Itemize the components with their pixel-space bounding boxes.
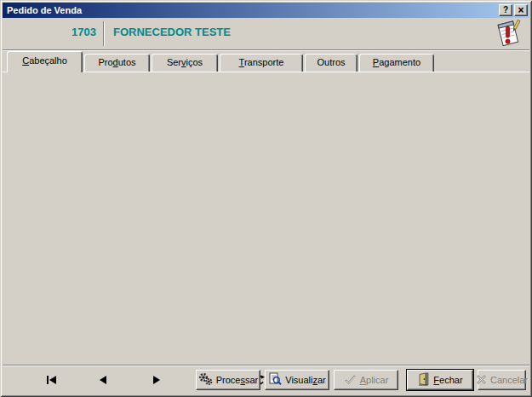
tab-pagamento[interactable]: Pagamento [359, 54, 434, 72]
close-button[interactable]: × [514, 4, 528, 16]
aplicar-button: Aplicar [334, 370, 398, 390]
window-title: Pedido de Venda [7, 5, 497, 15]
fechar-button[interactable]: Fechar [407, 370, 473, 390]
header-separator [103, 21, 105, 46]
gears-icon [198, 372, 213, 388]
nav-prior-record-icon[interactable] [97, 375, 111, 385]
aplicar-button-label: Aplicar [360, 375, 389, 385]
apply-check-icon [344, 374, 357, 387]
nav-first-record-icon[interactable] [45, 375, 59, 385]
exit-door-icon [417, 372, 430, 388]
pedido-de-venda-window: Pedido de Venda ? × 1703 FORNECEDOR TEST… [0, 0, 532, 397]
tab-outros[interactable]: Outros [305, 54, 358, 72]
processar-button[interactable]: Processar [196, 370, 260, 390]
titlebar: Pedido de Venda ? × [3, 3, 529, 18]
processar-button-label: Processar [216, 375, 259, 385]
nav-next-record-icon[interactable] [150, 375, 163, 385]
preview-document-icon [268, 372, 282, 388]
cancelar-button-label: Cancelar [490, 375, 528, 385]
tab-produtos[interactable]: Produtos [84, 54, 150, 72]
help-button[interactable]: ? [499, 4, 512, 16]
tab-page-cabecalho [3, 72, 529, 365]
note-exclamation-icon [494, 19, 523, 51]
visualizar-button-label: Visualizar [285, 375, 326, 385]
cancelar-button: Cancelar [478, 370, 526, 390]
fechar-button-label: Fechar [433, 375, 462, 385]
bottom-divider [3, 365, 529, 366]
visualizar-button[interactable]: Visualizar [265, 370, 329, 390]
order-customer-name: FORNECEDOR TESTE [113, 26, 231, 38]
cancel-x-icon [476, 374, 487, 387]
tab-servicos[interactable]: Serviços [152, 54, 218, 72]
header-band: 1703 FORNECEDOR TESTE [3, 18, 529, 49]
tab-transporte[interactable]: Transporte [220, 54, 303, 72]
order-code: 1703 [26, 26, 96, 38]
tab-cabecalho[interactable]: Cabeçalho [7, 51, 83, 72]
